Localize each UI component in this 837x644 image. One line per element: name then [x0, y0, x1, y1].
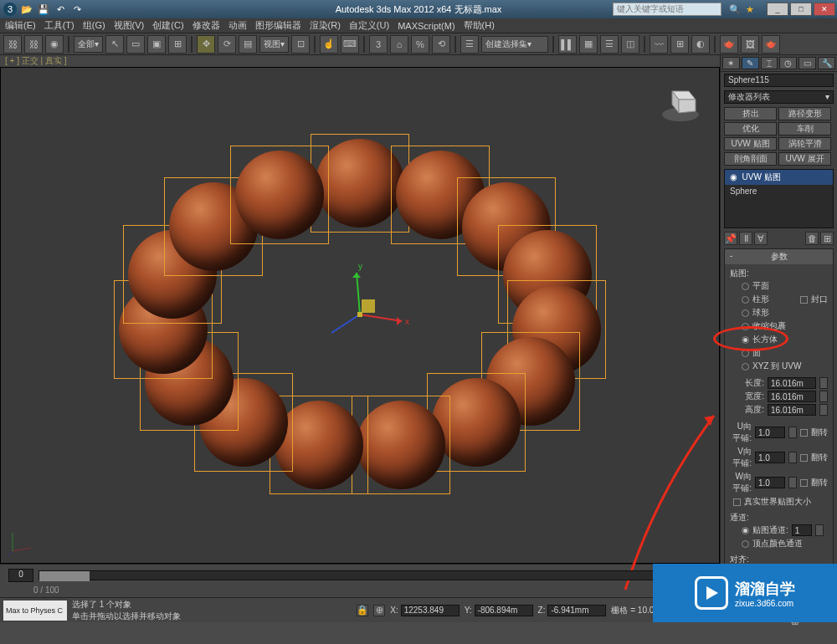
window-restore-button[interactable]: □ — [790, 3, 812, 16]
pivot-icon[interactable]: ⊡ — [291, 35, 310, 54]
bind-icon[interactable]: ◉ — [45, 35, 64, 54]
rotate-icon[interactable]: ⟳ — [218, 35, 236, 54]
lock-selection-icon[interactable]: 🔒 — [357, 605, 368, 616]
vtile-spinner[interactable]: V向平铺:1.0翻转 — [730, 445, 828, 470]
rollout-header[interactable]: 参数 — [725, 249, 833, 264]
pin-stack-icon[interactable]: 📌 — [724, 232, 737, 245]
help-search-icon[interactable]: 🔍 — [728, 3, 742, 16]
snap-toggle-icon[interactable]: 3 — [369, 35, 388, 54]
graphite-icon[interactable]: ◫ — [621, 35, 639, 54]
save-icon[interactable]: 💾 — [37, 3, 50, 16]
coord-z[interactable]: Z:-6.941mm — [538, 605, 607, 616]
select-manipulate-icon[interactable]: ☝ — [320, 35, 338, 54]
selection-set-combo[interactable]: 创建选择集 ▾ — [481, 36, 548, 53]
layer-icon[interactable]: ☰ — [600, 35, 619, 54]
btn-pathdeform[interactable]: 路径变形 — [778, 107, 831, 120]
menu-view[interactable]: 视图(V) — [114, 19, 145, 32]
open-icon[interactable]: 📂 — [20, 3, 33, 16]
transform-typein-icon[interactable]: ⊕ — [373, 605, 385, 616]
radio-box[interactable]: 长方体 — [730, 333, 828, 346]
unlink-icon[interactable]: ⛓ — [24, 35, 43, 54]
menu-graph[interactable]: 图形编辑器 — [255, 19, 301, 32]
schematic-icon[interactable]: ⊞ — [670, 35, 689, 54]
select-region-icon[interactable]: ▣ — [147, 35, 166, 54]
stack-item-uvwmap[interactable]: ◉ UVW 贴图 — [725, 170, 833, 185]
menu-customize[interactable]: 自定义(U) — [349, 19, 389, 32]
frame-input[interactable]: 0 — [8, 569, 33, 582]
menu-modifier[interactable]: 修改器 — [193, 19, 220, 32]
remove-mod-icon[interactable]: 🗑 — [805, 232, 819, 245]
btn-extrude[interactable]: 挤出 — [724, 107, 777, 120]
btn-turbosmooth[interactable]: 涡轮平滑 — [778, 137, 831, 151]
object-name-input[interactable]: Sphere115 — [724, 74, 834, 87]
move-icon[interactable]: ✥ — [197, 35, 215, 54]
display-tab-icon[interactable]: ▭ — [798, 57, 816, 69]
percent-snap-icon[interactable]: % — [411, 35, 429, 54]
viewport-label[interactable]: [ + ] 正交 | 真实 ] — [0, 55, 720, 67]
modify-tab-icon[interactable]: ✎ — [742, 57, 759, 69]
coord-y[interactable]: Y:-806.894m — [465, 605, 533, 616]
create-tab-icon[interactable]: ✶ — [722, 57, 740, 69]
favorite-icon[interactable]: ★ — [743, 3, 757, 16]
window-close-button[interactable]: ✕ — [814, 3, 835, 16]
btn-uvwunwrap[interactable]: UVW 展开 — [778, 152, 831, 166]
spinner-snap-icon[interactable]: ⟲ — [432, 35, 450, 54]
edit-selection-set-icon[interactable]: ☰ — [460, 35, 479, 54]
redo-icon[interactable]: ↷ — [70, 3, 84, 16]
selection-filter-combo[interactable]: 全部 ▾ — [74, 36, 103, 53]
radio-spherical[interactable]: 球形 — [730, 306, 828, 319]
viewcube[interactable] — [659, 79, 702, 123]
real-world-check[interactable]: 真实世界贴图大小 — [730, 495, 828, 509]
window-minimize-button[interactable]: _ — [767, 3, 788, 16]
hierarchy-tab-icon[interactable]: ⌶ — [761, 57, 778, 69]
menu-edit[interactable]: 编辑(E) — [5, 19, 36, 32]
select-name-icon[interactable]: ▭ — [126, 35, 145, 54]
coord-x[interactable]: X:12253.849 — [390, 605, 459, 616]
modifier-stack[interactable]: ◉ UVW 贴图 Sphere — [724, 169, 834, 228]
radio-vertexcolor[interactable]: 顶点颜色通道 — [730, 537, 828, 550]
width-spinner[interactable]: 宽度:16.016m — [730, 390, 828, 403]
window-crossing-icon[interactable]: ⊞ — [168, 35, 187, 54]
align-icon[interactable]: ▦ — [579, 35, 598, 54]
utilities-tab-icon[interactable]: 🔧 — [818, 57, 835, 69]
stack-item-sphere[interactable]: Sphere — [725, 185, 833, 197]
menu-help[interactable]: 帮助(H) — [464, 19, 495, 32]
ref-coord-combo[interactable]: 视图 ▾ — [259, 36, 289, 53]
select-icon[interactable]: ↖ — [105, 35, 124, 54]
btn-uvwmap[interactable]: UVW 贴图 — [724, 137, 777, 151]
material-editor-icon[interactable]: ◐ — [691, 35, 710, 54]
unique-icon[interactable]: ∀ — [754, 232, 768, 245]
script-launcher[interactable]: Max to Physes C — [3, 601, 67, 621]
menu-render[interactable]: 渲染(R) — [310, 19, 341, 32]
undo-icon[interactable]: ↶ — [54, 3, 67, 16]
menu-group[interactable]: 组(G) — [83, 19, 105, 32]
curve-editor-icon[interactable]: 〰 — [650, 35, 668, 54]
help-search-input[interactable]: 键入关键字或短语 — [613, 3, 721, 16]
radio-planar[interactable]: 平面 — [730, 279, 828, 293]
keyboard-shortcut-icon[interactable]: ⌨ — [341, 35, 359, 54]
radio-cylindrical[interactable]: 柱形封口 — [730, 293, 828, 306]
utile-spinner[interactable]: U向平铺:1.0翻转 — [730, 420, 828, 445]
render-setup-icon[interactable]: 🫖 — [720, 35, 738, 54]
timeline[interactable]: 0 — [0, 564, 720, 585]
scale-icon[interactable]: ▤ — [239, 35, 257, 54]
link-icon[interactable]: ⛓ — [3, 35, 22, 54]
menu-animation[interactable]: 动画 — [229, 19, 247, 32]
angle-snap-icon[interactable]: ⌂ — [390, 35, 408, 54]
radio-mapchannel[interactable]: 贴图通道:1 — [730, 524, 828, 537]
motion-tab-icon[interactable]: ◷ — [779, 57, 797, 69]
menu-maxscript[interactable]: MAXScript(M) — [398, 21, 454, 31]
btn-optimize[interactable]: 优化 — [724, 122, 777, 135]
viewport[interactable]: x y — [0, 67, 720, 564]
render-icon[interactable]: 🫖 — [762, 35, 780, 54]
menu-tools[interactable]: 工具(T) — [44, 19, 74, 32]
height-spinner[interactable]: 高度:16.016m — [730, 403, 828, 417]
btn-bevelprofile[interactable]: 剖角剖面 — [724, 152, 777, 166]
modifier-list-combo[interactable]: 修改器列表▾ — [724, 90, 834, 104]
transform-gizmo[interactable]: x y — [310, 264, 410, 366]
render-frame-icon[interactable]: 🖼 — [741, 35, 759, 54]
wtile-spinner[interactable]: W向平铺:1.0翻转 — [730, 470, 828, 495]
radio-xyz[interactable]: XYZ 到 UVW — [730, 360, 828, 373]
length-spinner[interactable]: 长度:16.016m — [730, 376, 828, 390]
mirror-icon[interactable]: ▌▌ — [558, 35, 577, 54]
